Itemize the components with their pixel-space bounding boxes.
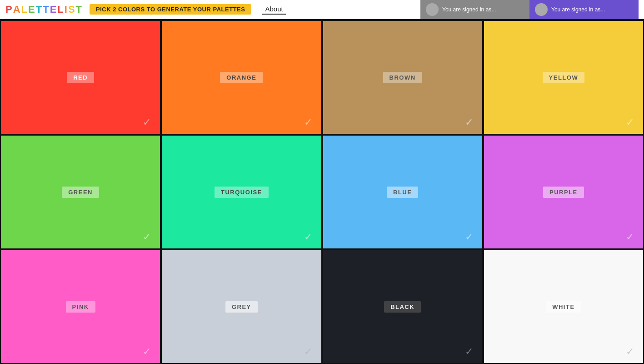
color-cell-white[interactable]: WHITE✓ [483,249,644,364]
color-check-grey: ✓ [304,346,312,358]
color-cell-grey[interactable]: GREY✓ [161,249,322,364]
header: P A L E T T E L I S T PICK 2 COLORS TO G… [0,0,644,19]
color-label-purple: PURPLE [543,187,584,198]
logo-letter-i: I [65,4,68,15]
logo-letter-e2: E [50,4,57,15]
logo-letter-p: P [5,4,13,15]
color-check-yellow: ✓ [626,116,634,128]
logo-letter-t2: T [43,4,49,15]
color-label-black: BLACK [384,301,421,313]
color-label-blue: BLUE [387,187,418,198]
color-cell-blue[interactable]: BLUE✓ [322,135,483,249]
color-grid: RED✓ORANGE✓BROWN✓YELLOW✓GREEN✓TURQUOISE✓… [0,19,644,364]
logo-letter-l: L [21,4,28,15]
color-check-purple: ✓ [626,231,634,243]
color-label-red: RED [67,72,94,83]
color-check-turquoise: ✓ [304,231,312,243]
logo-letter-a: A [13,4,21,15]
color-label-brown: BROWN [383,72,422,83]
color-cell-red[interactable]: RED✓ [0,20,161,135]
color-check-blue: ✓ [465,231,473,243]
logo-letter-l2: L [57,4,64,15]
color-cell-yellow[interactable]: YELLOW✓ [483,20,644,135]
logo: P A L E T T E L I S T [5,4,82,15]
tagline-box: PICK 2 COLORS TO GENERATE YOUR PALETTES [90,4,251,15]
color-check-red: ✓ [143,116,151,128]
avatar-circle-2 [535,3,548,16]
color-label-green: GREEN [62,187,99,198]
avatar-text-2: You are signed in as... [551,6,605,13]
color-label-turquoise: TURQUOISE [215,187,269,198]
color-label-pink: PINK [66,301,95,313]
color-label-orange: ORANGE [220,72,263,83]
logo-letter-t3: T [76,4,82,15]
user-avatar-2[interactable]: You are signed in as... [529,0,639,19]
color-check-brown: ✓ [465,116,473,128]
logo-letter-t: T [36,4,42,15]
logo-letter-s: S [68,4,75,15]
color-cell-orange[interactable]: ORANGE✓ [161,20,322,135]
color-check-green: ✓ [143,231,151,243]
color-cell-black[interactable]: BLACK✓ [322,249,483,364]
about-link[interactable]: About [262,4,285,15]
color-cell-purple[interactable]: PURPLE✓ [483,135,644,249]
color-cell-brown[interactable]: BROWN✓ [322,20,483,135]
color-label-white: WHITE [546,301,581,313]
color-check-black: ✓ [465,346,473,358]
logo-letter-e: E [28,4,35,15]
color-cell-pink[interactable]: PINK✓ [0,249,161,364]
header-right: You are signed in as... You are signed i… [420,0,639,19]
user-avatar-1[interactable]: You are signed in as... [420,0,529,19]
color-cell-green[interactable]: GREEN✓ [0,135,161,249]
avatar-text-1: You are signed in as... [442,6,496,13]
color-check-orange: ✓ [304,116,312,128]
color-cell-turquoise[interactable]: TURQUOISE✓ [161,135,322,249]
color-check-white: ✓ [626,346,634,358]
color-check-pink: ✓ [143,346,151,358]
color-label-yellow: YELLOW [543,72,585,83]
color-label-grey: GREY [225,301,258,313]
avatar-circle-1 [426,3,439,16]
